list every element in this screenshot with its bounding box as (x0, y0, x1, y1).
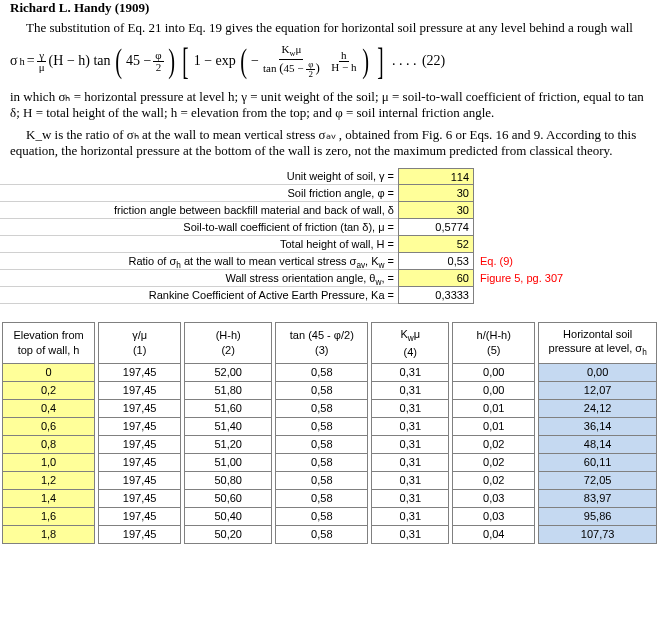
parameter-block: Unit weight of soil, γ =114Soil friction… (0, 168, 665, 304)
param-row: Rankine Coefficient of Active Earth Pres… (0, 287, 665, 304)
explain-2: K_w is the ratio of σₕ at the wall to me… (0, 123, 665, 162)
table-cell: 197,45 (99, 435, 181, 453)
table-cell: 0,31 (372, 399, 449, 417)
table-cell: 0,58 (276, 453, 368, 471)
param-note: Figure 5, pg. 307 (474, 270, 563, 287)
table-cell: 0,31 (372, 489, 449, 507)
table-cell: 0,58 (276, 417, 368, 435)
table-cell: 0,00 (453, 381, 535, 399)
table-cell: 0,58 (276, 525, 368, 543)
table-cell: 0,4 (3, 399, 95, 417)
table-cell: 0,58 (276, 435, 368, 453)
table-cell: 0,31 (372, 507, 449, 525)
table-cell: 95,86 (539, 507, 657, 525)
table-cell: 1,6 (3, 507, 95, 525)
table-cell: 1,0 (3, 453, 95, 471)
table-cell: 0,03 (453, 489, 535, 507)
table-cell: 51,60 (185, 399, 272, 417)
col-header: tan (45 - φ/2)(3) (276, 322, 368, 363)
param-value[interactable]: 114 (398, 168, 474, 185)
param-value[interactable]: 60 (398, 270, 474, 287)
table-cell: 0,6 (3, 417, 95, 435)
equation-22: σh = γμ (H − h) tan (45 − φ2) [1 − exp (… (0, 38, 665, 84)
param-label: Soil friction angle, φ = (0, 185, 398, 202)
table-cell: 0,31 (372, 381, 449, 399)
table-cell: 0,00 (453, 363, 535, 381)
table-cell: 0,02 (453, 471, 535, 489)
table-cell: 0,58 (276, 489, 368, 507)
param-value[interactable]: 52 (398, 236, 474, 253)
table-cell: 0,31 (372, 471, 449, 489)
table-cell: 0,58 (276, 507, 368, 525)
table-cell: 1,8 (3, 525, 95, 543)
param-note: Eq. (9) (474, 253, 513, 270)
table-cell: 0,03 (453, 507, 535, 525)
table-cell: 50,80 (185, 471, 272, 489)
param-value: 0,53 (398, 253, 474, 270)
param-label: Wall stress orientation angle, θw, = (0, 270, 398, 287)
table-row: 0197,4552,000,580,310,000,00 (3, 363, 657, 381)
table-cell: 83,97 (539, 489, 657, 507)
table-cell: 0,2 (3, 381, 95, 399)
intro-text: The substitution of Eq. 21 into Eq. 19 g… (0, 16, 665, 38)
table-cell: 24,12 (539, 399, 657, 417)
col-header: γ/μ(1) (99, 322, 181, 363)
col-header: Elevation from top of wall, h (3, 322, 95, 363)
table-cell: 107,73 (539, 525, 657, 543)
param-row: Ratio of σh at the wall to mean vertical… (0, 253, 665, 270)
table-row: 1,8197,4550,200,580,310,04107,73 (3, 525, 657, 543)
param-label: Unit weight of soil, γ = (0, 168, 398, 185)
table-cell: 0,31 (372, 525, 449, 543)
table-cell: 0,58 (276, 399, 368, 417)
table-cell: 1,4 (3, 489, 95, 507)
param-row: Unit weight of soil, γ =114 (0, 168, 665, 185)
table-cell: 72,05 (539, 471, 657, 489)
table-cell: 0,58 (276, 363, 368, 381)
table-cell: 197,45 (99, 399, 181, 417)
col-header: Kwμ(4) (372, 322, 449, 363)
table-cell: 1,2 (3, 471, 95, 489)
table-cell: 0,8 (3, 435, 95, 453)
table-row: 0,6197,4551,400,580,310,0136,14 (3, 417, 657, 435)
col-header: (H-h)(2) (185, 322, 272, 363)
table-row: 1,6197,4550,400,580,310,0395,86 (3, 507, 657, 525)
table-cell: 51,40 (185, 417, 272, 435)
table-cell: 0,02 (453, 453, 535, 471)
table-row: 1,4197,4550,600,580,310,0383,97 (3, 489, 657, 507)
table-cell: 51,00 (185, 453, 272, 471)
table-cell: 0,00 (539, 363, 657, 381)
param-label: Total height of wall, H = (0, 236, 398, 253)
table-cell: 48,14 (539, 435, 657, 453)
param-value: 0,5774 (398, 219, 474, 236)
table-cell: 197,45 (99, 381, 181, 399)
col-header: h/(H-h)(5) (453, 322, 535, 363)
table-cell: 52,00 (185, 363, 272, 381)
table-cell: 0,31 (372, 417, 449, 435)
param-value[interactable]: 30 (398, 185, 474, 202)
table-cell: 0,01 (453, 417, 535, 435)
param-row: Wall stress orientation angle, θw, =60Fi… (0, 270, 665, 287)
table-cell: 197,45 (99, 471, 181, 489)
table-cell: 51,20 (185, 435, 272, 453)
param-value[interactable]: 30 (398, 202, 474, 219)
table-cell: 50,20 (185, 525, 272, 543)
results-table: Elevation from top of wall, hγ/μ(1)(H-h)… (2, 322, 657, 544)
table-cell: 0 (3, 363, 95, 381)
param-row: Total height of wall, H =52 (0, 236, 665, 253)
table-cell: 0,58 (276, 381, 368, 399)
table-cell: 0,31 (372, 363, 449, 381)
table-row: 1,0197,4551,000,580,310,0260,11 (3, 453, 657, 471)
table-cell: 197,45 (99, 417, 181, 435)
table-cell: 0,04 (453, 525, 535, 543)
table-cell: 51,80 (185, 381, 272, 399)
table-cell: 0,02 (453, 435, 535, 453)
equation-number: (22) (422, 53, 445, 69)
table-row: 0,2197,4551,800,580,310,0012,07 (3, 381, 657, 399)
table-cell: 50,60 (185, 489, 272, 507)
param-label: friction angle between backfill material… (0, 202, 398, 219)
param-label: Rankine Coefficient of Active Earth Pres… (0, 287, 398, 304)
table-cell: 0,31 (372, 435, 449, 453)
table-cell: 197,45 (99, 453, 181, 471)
col-header: Horizontal soil pressure at level, σh (539, 322, 657, 363)
table-row: 1,2197,4550,800,580,310,0272,05 (3, 471, 657, 489)
